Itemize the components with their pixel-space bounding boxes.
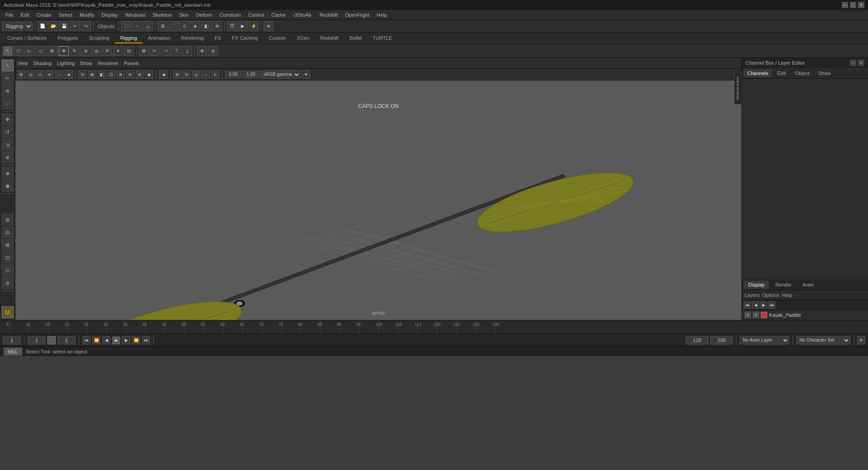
menu-create[interactable]: Create xyxy=(33,11,55,19)
attach-btn[interactable]: ⊤ xyxy=(171,46,181,56)
layer-tab-options[interactable]: Options xyxy=(762,292,779,298)
align-tool-btn[interactable]: ⊢ xyxy=(150,46,160,56)
menu-modify[interactable]: Modify xyxy=(76,11,98,19)
vp-tb-13[interactable]: ⊗ xyxy=(136,70,144,79)
ik-handle-tool[interactable]: ⊟ xyxy=(2,226,14,238)
tab-display[interactable]: Display xyxy=(744,281,769,289)
vp-tb-17[interactable]: ⊟ xyxy=(183,70,191,79)
vp-tb-1[interactable]: ⊞ xyxy=(17,70,25,79)
constraint-tool[interactable]: ⊚ xyxy=(2,277,14,289)
cluster-tool-btn[interactable]: ✦ xyxy=(113,46,123,56)
snap-to-point[interactable]: ⊙ xyxy=(179,21,189,31)
anim-start-input[interactable] xyxy=(686,336,708,344)
detach-btn[interactable]: ⊥ xyxy=(182,46,192,56)
save-scene-button[interactable]: 💾 xyxy=(59,21,69,31)
tab-fx[interactable]: FX xyxy=(209,33,226,43)
render-current[interactable]: ▶ xyxy=(238,21,248,31)
paint-tool[interactable]: ✏ xyxy=(2,72,14,84)
lattice-tool-btn[interactable]: ⊟ xyxy=(124,46,134,56)
tab-show[interactable]: Show xyxy=(815,69,835,77)
range-color-btn[interactable]: □ xyxy=(47,336,56,344)
vp-tb-4[interactable]: ⊚ xyxy=(46,70,54,79)
lasso-select-btn[interactable]: ⬠ xyxy=(14,46,24,56)
panel-close-btn[interactable]: ✕ xyxy=(858,60,864,66)
viewport-menu-view[interactable]: View xyxy=(17,61,28,66)
range-start-input[interactable] xyxy=(28,336,46,344)
vp-tb-16[interactable]: ⊞ xyxy=(173,70,181,79)
ik-tool-btn[interactable]: ⟳ xyxy=(102,46,112,56)
mirror-tool[interactable]: ⊡ xyxy=(2,252,14,263)
tab-rigging[interactable]: Rigging xyxy=(115,33,142,43)
menu-constrain[interactable]: Constrain xyxy=(216,11,245,19)
show-manipulator[interactable]: ⊛ xyxy=(264,21,274,31)
pb-go-start[interactable]: ⏮ xyxy=(82,336,90,344)
scale-tool-left[interactable]: ⇲ xyxy=(2,139,14,150)
vp-tb-20[interactable]: ⊙ xyxy=(211,70,219,79)
minimize-button[interactable]: — xyxy=(842,2,848,8)
vp-tb-5[interactable]: ○ xyxy=(55,70,63,79)
menu-cache[interactable]: Cache xyxy=(268,11,289,19)
maya-icon[interactable]: M xyxy=(2,306,14,318)
layer-visibility-check[interactable]: V xyxy=(745,312,751,318)
rotate-tool-btn[interactable]: ↻ xyxy=(70,46,80,56)
vp-tb-8[interactable]: ⊠ xyxy=(88,70,96,79)
render-settings[interactable]: 🎬 xyxy=(227,21,237,31)
rotate-tool-left[interactable]: ↺ xyxy=(2,126,14,138)
tab-turtle[interactable]: TURTLE xyxy=(367,33,397,43)
pose-tool[interactable]: ⊙ xyxy=(2,264,14,276)
select-by-hierarchy[interactable]: ⬛ xyxy=(121,21,131,31)
layer-nav-prev[interactable]: ◀ xyxy=(752,301,759,309)
layer-playback-check[interactable]: P xyxy=(753,312,759,318)
tab-rendering[interactable]: Rendering xyxy=(175,33,209,43)
tab-custom[interactable]: Custom xyxy=(264,33,292,43)
tab-fx-caching[interactable]: FX Caching xyxy=(226,33,263,43)
minus-btn[interactable]: ⊖ xyxy=(208,46,218,56)
show-hide-tool[interactable]: ◈ xyxy=(2,167,14,179)
pb-step-fwd[interactable]: ⏩ xyxy=(132,336,140,344)
range-end-input[interactable] xyxy=(57,336,75,344)
snap-to-grid[interactable]: ⊞ xyxy=(158,21,168,31)
viewport-menu-renderer[interactable]: Renderer xyxy=(98,61,118,66)
color-space-select[interactable]: sRGB gamma xyxy=(260,70,301,79)
mel-tab[interactable]: MEL xyxy=(4,348,22,356)
vp-tb-19[interactable]: ○ xyxy=(202,70,210,79)
maximize-button[interactable]: □ xyxy=(850,2,856,8)
new-scene-button[interactable]: 📄 xyxy=(38,21,47,31)
vp-tb-11[interactable]: ⊕ xyxy=(117,70,125,79)
tab-curves-surfaces[interactable]: Curves / Surfaces xyxy=(2,33,52,43)
move-tool-left[interactable]: ✥ xyxy=(2,113,14,125)
undo-button[interactable]: ↩ xyxy=(70,21,80,31)
layer-tab-layers[interactable]: Layers xyxy=(745,292,760,298)
anim-end-input[interactable] xyxy=(710,336,733,344)
joint-tool-btn[interactable]: ◎ xyxy=(91,46,101,56)
plus-btn[interactable]: ⊕ xyxy=(197,46,207,56)
snap-align-btn[interactable]: ⊞ xyxy=(139,46,149,56)
menu-redshift[interactable]: Redshift xyxy=(316,11,341,19)
vp-tb-15[interactable]: ◀ xyxy=(159,70,167,79)
vp-tb-2[interactable]: ◎ xyxy=(27,70,35,79)
3d-viewport[interactable]: CAPS LOCK ON xyxy=(15,80,741,320)
sculpt-tool[interactable]: ⊛ xyxy=(2,85,14,97)
tab-animation[interactable]: Animation xyxy=(142,33,175,43)
pb-play-fwd[interactable]: ▶ xyxy=(112,336,120,344)
weight-tool[interactable]: ⊠ xyxy=(2,239,14,251)
tab-object[interactable]: Object xyxy=(791,69,813,77)
layer-nav-last[interactable]: ⏭ xyxy=(768,301,775,309)
snap-to-curve[interactable]: ⌒ xyxy=(169,21,179,31)
vp-tb-12[interactable]: ⊖ xyxy=(126,70,134,79)
open-scene-button[interactable]: 📂 xyxy=(48,21,58,31)
joint-orient-tool[interactable]: ⊞ xyxy=(2,214,14,226)
vp-tb-7[interactable]: ⊟ xyxy=(79,70,87,79)
select-toggle-btn[interactable]: ◁ xyxy=(35,46,45,56)
redo-button[interactable]: ↪ xyxy=(81,21,91,31)
tab-polygons[interactable]: Polygons xyxy=(52,33,83,43)
menu-openflight[interactable]: OpenFlight xyxy=(341,11,373,19)
pb-prev-key[interactable]: ◀ xyxy=(102,336,110,344)
snap-to-view-plane[interactable]: ◧ xyxy=(201,21,211,31)
menu-skeleton[interactable]: Skeleton xyxy=(149,11,175,19)
vp-tb-9[interactable]: ◧ xyxy=(98,70,106,79)
menu-control[interactable]: Control xyxy=(245,11,268,19)
panel-collapse-btn[interactable]: — xyxy=(850,60,856,66)
vp-tb-14[interactable]: ◉ xyxy=(145,70,153,79)
tab-edit[interactable]: Edit xyxy=(774,69,789,77)
